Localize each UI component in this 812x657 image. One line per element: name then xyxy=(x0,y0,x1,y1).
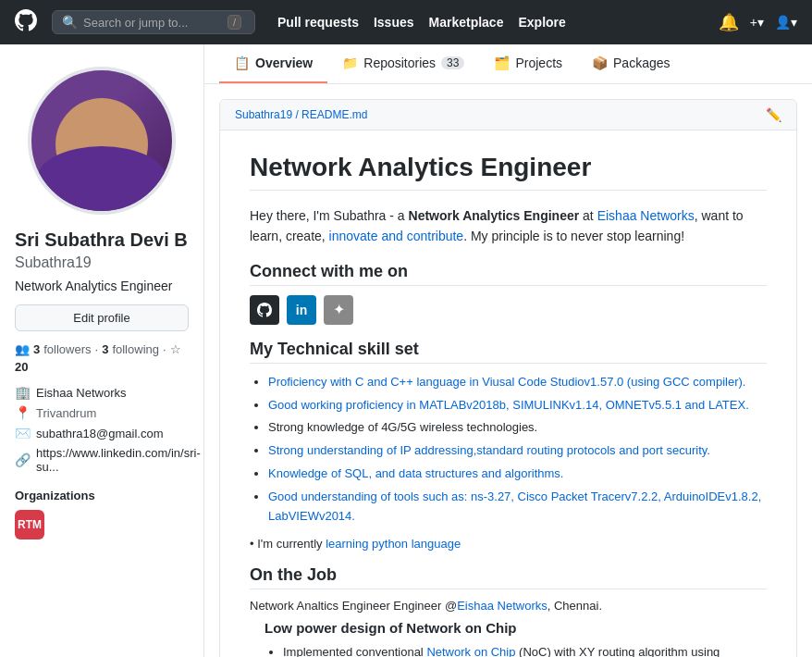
location-text: Trivandrum xyxy=(36,406,96,420)
search-kbd: / xyxy=(228,15,241,30)
learning-link[interactable]: learning python language xyxy=(326,537,461,551)
navbar-links: Pull requests Issues Marketplace Explore xyxy=(277,15,566,30)
following-label: following xyxy=(112,342,159,356)
user-full-name: Sri Subathra Devi B xyxy=(15,229,189,251)
nav-issues[interactable]: Issues xyxy=(374,15,414,30)
on-job-section-title: On the Job xyxy=(250,565,767,589)
tab-projects[interactable]: 🗂️ Projects xyxy=(479,44,577,83)
repo-icon: 📁 xyxy=(342,56,358,70)
sidebar: Sri Subathra Devi B Subathra19 Network A… xyxy=(0,44,203,657)
avatar-wrap xyxy=(15,67,189,215)
repositories-count: 33 xyxy=(441,56,464,69)
book-icon: 📋 xyxy=(234,56,250,70)
search-icon: 🔍 xyxy=(62,15,78,30)
main-content: 📋 Overview 📁 Repositories 33 🗂️ Projects… xyxy=(203,44,812,657)
avatar-shirt xyxy=(37,146,166,211)
sidebar-info: 🏢 Eishaa Networks 📍 Trivandrum ✉️ subath… xyxy=(15,385,189,474)
building-icon: 🏢 xyxy=(15,385,31,400)
eishaa-link[interactable]: Eishaa Networks xyxy=(457,599,547,613)
search-input[interactable] xyxy=(83,16,222,30)
linkedin-social-icon[interactable]: in xyxy=(287,295,316,325)
on-job-list: Implemented conventional Network on Chip… xyxy=(250,643,767,657)
user-avatar-icon[interactable]: 👤▾ xyxy=(775,15,797,30)
email-icon: ✉️ xyxy=(15,426,31,440)
sidebar-company: 🏢 Eishaa Networks xyxy=(15,385,189,400)
skill-link-2[interactable]: Good working proficiency in MATLABv2018b… xyxy=(268,398,749,412)
on-job-intro: Network Analtics Engineer Engineer @Eish… xyxy=(250,599,767,613)
username: Subathra19 xyxy=(15,254,189,271)
stars-count[interactable]: 20 xyxy=(15,360,28,374)
skills-list: Proficiency with C and C++ language in V… xyxy=(250,373,767,527)
on-job-subtitle: Low power design of Network on Chip xyxy=(265,620,767,636)
page-layout: Sri Subathra Devi B Subathra19 Network A… xyxy=(0,44,812,657)
skill-link-5[interactable]: Knowledge of SQL, and data structures an… xyxy=(268,466,563,480)
avatar xyxy=(28,67,176,215)
readme-title: Network Analytics Engineer xyxy=(250,153,767,191)
tab-repositories[interactable]: 📁 Repositories 33 xyxy=(327,44,479,83)
sidebar-stats: 👥 3 followers · 3 following · ☆ 20 xyxy=(15,342,189,374)
readme-card: Subathra19 / README.md ✏️ Network Analyt… xyxy=(219,99,797,657)
followers-count[interactable]: 3 xyxy=(33,342,40,356)
github-social-icon[interactable] xyxy=(250,295,279,325)
tab-repositories-label: Repositories xyxy=(363,56,436,70)
star-icon: ☆ xyxy=(170,342,181,356)
location-icon: 📍 xyxy=(15,405,31,420)
navbar: 🔍 / Pull requests Issues Marketplace Exp… xyxy=(0,0,812,44)
readme-body: Network Analytics Engineer Hey there, I'… xyxy=(220,130,796,657)
edit-pencil-icon[interactable]: ✏️ xyxy=(766,107,781,122)
skill-item: Strong knowledge of 4G/5G wireless techn… xyxy=(268,418,767,438)
skill-item: Strong understanding of IP addressing,st… xyxy=(268,441,767,461)
following-count[interactable]: 3 xyxy=(102,342,108,356)
sidebar-location: 📍 Trivandrum xyxy=(15,405,189,420)
skill-item: Good understanding of tools such as: ns-… xyxy=(268,488,767,527)
project-icon: 🗂️ xyxy=(494,56,510,70)
skill-item: Knowledge of SQL, and data structures an… xyxy=(268,465,767,484)
tab-packages-label: Packages xyxy=(613,56,670,70)
company-link-readme[interactable]: Eishaa Networks xyxy=(597,208,695,223)
user-bio: Network Analytics Engineer xyxy=(15,279,189,293)
edit-profile-button[interactable]: Edit profile xyxy=(15,304,189,331)
email-link[interactable]: subathra18@gmail.com xyxy=(36,427,163,440)
on-job-item: Implemented conventional Network on Chip… xyxy=(283,643,767,657)
tab-overview-label: Overview xyxy=(255,56,313,70)
linkedin-link[interactable]: https://www.linkedin.com/in/sri-su... xyxy=(36,446,201,474)
innovate-link[interactable]: innovate and contribute xyxy=(329,229,464,243)
sidebar-email: ✉️ subathra18@gmail.com xyxy=(15,426,189,440)
skill-item: Proficiency with C and C++ language in V… xyxy=(268,373,767,392)
tab-overview[interactable]: 📋 Overview xyxy=(219,44,327,83)
readme-header: Subathra19 / README.md ✏️ xyxy=(220,100,796,130)
package-icon: 📦 xyxy=(592,56,608,70)
skill-link-1[interactable]: Proficiency with C and C++ language in V… xyxy=(268,375,745,389)
readme-breadcrumb: Subathra19 / README.md xyxy=(235,108,367,121)
org-avatar[interactable]: RTM xyxy=(15,510,44,539)
followers-label: followers xyxy=(43,342,91,356)
github-logo-icon[interactable] xyxy=(15,9,37,36)
tab-projects-label: Projects xyxy=(515,56,562,70)
notification-bell-icon[interactable]: 🔔 xyxy=(719,12,739,32)
tab-packages[interactable]: 📦 Packages xyxy=(577,44,684,83)
web-social-icon[interactable]: ✦ xyxy=(324,295,353,325)
learning-note: • I'm currently learning python language xyxy=(250,537,767,551)
skill-item: Good working proficiency in MATLABv2018b… xyxy=(268,396,767,415)
nav-pull-requests[interactable]: Pull requests xyxy=(277,15,359,30)
sidebar-linkedin: 🔗 https://www.linkedin.com/in/sri-su... xyxy=(15,446,189,474)
readme-file-link[interactable]: README.md xyxy=(301,108,367,121)
skill-link-6[interactable]: Good understanding of tools such as: ns-… xyxy=(268,490,761,523)
navbar-actions: 🔔 +▾ 👤▾ xyxy=(719,12,797,32)
connect-section-title: Connect with me on xyxy=(250,262,767,286)
noc-link[interactable]: Network on Chip xyxy=(426,645,515,657)
person-icon: 👥 xyxy=(15,342,30,356)
profile-tabs: 📋 Overview 📁 Repositories 33 🗂️ Projects… xyxy=(204,44,812,84)
readme-intro: Hey there, I'm Subathra - a Network Anal… xyxy=(250,205,767,247)
readme-user-link[interactable]: Subathra19 xyxy=(235,108,292,121)
connect-icons: in ✦ xyxy=(250,295,767,325)
new-item-plus-icon[interactable]: +▾ xyxy=(750,15,764,30)
on-job-section: Network Analtics Engineer Engineer @Eish… xyxy=(250,599,767,657)
company-link[interactable]: Eishaa Networks xyxy=(36,386,127,400)
skills-section-title: My Technical skill set xyxy=(250,340,767,364)
nav-explore[interactable]: Explore xyxy=(518,15,565,30)
skill-link-4[interactable]: Strong understanding of IP addressing,st… xyxy=(268,443,710,457)
nav-marketplace[interactable]: Marketplace xyxy=(429,15,504,30)
link-icon: 🔗 xyxy=(15,452,31,467)
search-bar[interactable]: 🔍 / xyxy=(52,10,255,34)
